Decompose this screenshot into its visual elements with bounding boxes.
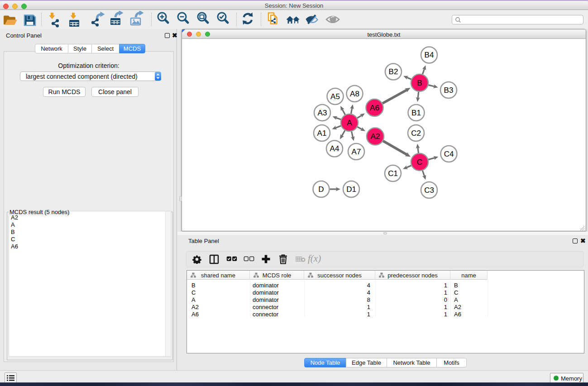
svg-text:B4: B4	[425, 51, 434, 59]
svg-text:C4: C4	[444, 150, 454, 158]
svg-text:D: D	[318, 185, 324, 194]
svg-text:A7: A7	[352, 148, 361, 156]
svg-text:A8: A8	[350, 90, 359, 98]
svg-text:B3: B3	[444, 86, 454, 95]
svg-text:A2: A2	[371, 132, 380, 141]
svg-text:A: A	[347, 119, 352, 127]
svg-text:B2: B2	[389, 67, 398, 76]
svg-text:A1: A1	[317, 129, 327, 138]
svg-text:D1: D1	[346, 185, 356, 194]
svg-text:A6: A6	[370, 104, 379, 112]
svg-text:B: B	[417, 79, 422, 87]
svg-text:A5: A5	[330, 92, 340, 101]
svg-text:C3: C3	[424, 186, 434, 195]
svg-text:C: C	[417, 158, 422, 167]
svg-text:A3: A3	[318, 109, 327, 117]
svg-text:C1: C1	[388, 169, 398, 178]
svg-text:B1: B1	[411, 109, 421, 117]
svg-text:A4: A4	[330, 144, 339, 153]
svg-text:C2: C2	[411, 129, 421, 138]
